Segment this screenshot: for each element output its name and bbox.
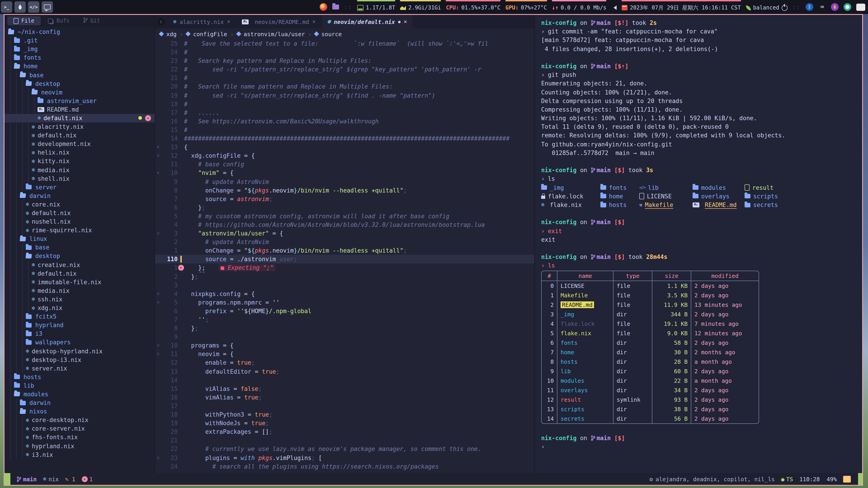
code-line[interactable]: 1✕ };■ Expecting ";" — [155, 264, 534, 272]
bluetooth-tray-icon[interactable]: ᛒ — [806, 3, 813, 11]
tab-close-icon[interactable]: × — [312, 19, 315, 25]
ls-entry[interactable]: flake.lock — [541, 192, 600, 201]
ls-entry[interactable]: result — [745, 183, 862, 192]
code-line[interactable]: 21# — [155, 74, 534, 83]
code-line[interactable]: 2 # update AstroNvim — [155, 238, 534, 246]
statusline-git-branch[interactable]: main — [17, 476, 37, 482]
tree-item[interactable]: base — [4, 243, 155, 252]
tree-item[interactable]: ❄creative.nix — [4, 260, 155, 269]
tree-item[interactable]: hyprland — [4, 321, 155, 329]
terminal-pane[interactable]: nix-config on main [$!] took 2s›git comm… — [534, 15, 862, 473]
power-profile-module[interactable]: balanced — [746, 0, 787, 14]
messenger-tray-icon[interactable] — [844, 3, 851, 11]
code-line[interactable]: 19# sed -ri "s/pattern_str/replace_str/g… — [155, 91, 534, 100]
ls-entry[interactable]: secrets — [745, 201, 862, 209]
ls-entry[interactable]: M↓README.md — [692, 201, 745, 209]
code-line[interactable]: 16 vimAlias = true; — [155, 393, 534, 402]
command-line[interactable]: ›git push — [541, 70, 862, 79]
code-line[interactable]: ∨4 nixpkgs.config = { — [155, 289, 534, 298]
command-line[interactable]: ›ls — [541, 261, 862, 270]
code-line[interactable]: 8 }; — [155, 324, 534, 332]
tree-item[interactable]: hosts — [4, 373, 155, 381]
code-line[interactable]: ∨3 "astronvim/lua/user" = { — [155, 229, 534, 238]
tree-item[interactable]: ❄media.nix — [4, 287, 155, 295]
tree-item[interactable]: fcitx5 — [4, 312, 155, 321]
tree-item[interactable]: desktop — [4, 79, 155, 88]
code-line[interactable]: 2 }; — [155, 272, 534, 281]
tree-item[interactable]: neovim — [4, 88, 155, 96]
tree-item[interactable]: _img — [4, 45, 155, 53]
editor-tab[interactable]: ❄alacritty.nix× — [168, 15, 236, 29]
command-line[interactable]: ›exit — [541, 227, 862, 235]
tree-item[interactable]: home — [4, 62, 155, 71]
keyboard-tray-icon[interactable]: ⌨ — [818, 3, 826, 11]
code-line[interactable]: 6 }; — [155, 203, 534, 212]
command-line[interactable]: ›git commit -am "feat: catppuccin-mocha … — [541, 27, 862, 36]
buffer-picker-icon[interactable]: ❮ — [157, 18, 165, 26]
tree-item[interactable]: ❄alacritty.nix — [4, 123, 155, 131]
editor-tab[interactable]: ❄neovim/default.nix●× — [322, 15, 412, 29]
code-line[interactable]: 11 # base config — [155, 160, 534, 169]
tab-close-icon[interactable]: × — [227, 19, 230, 25]
code-line[interactable]: 16# See https://astronvim.com/Basic%20Us… — [155, 117, 534, 126]
tree-item[interactable]: ❄nushell.nix — [4, 217, 155, 226]
tree-item[interactable]: linux — [4, 235, 155, 243]
code-line[interactable]: 24# — [155, 48, 534, 57]
tree-item[interactable]: ❄xdg.nix — [4, 304, 155, 312]
code-line[interactable]: 9 # update AstroNvim — [155, 177, 534, 186]
tree-item[interactable]: darwin — [4, 398, 155, 407]
tree-item[interactable]: ❄server.nix — [4, 364, 155, 372]
tree-item[interactable]: fonts — [4, 54, 155, 62]
tree-item[interactable]: ❄hyprland.nix — [4, 442, 155, 450]
code-line[interactable]: 25# Save the selected text to a file: `:… — [155, 39, 534, 48]
code-line[interactable]: 20 extraPackages = []; — [155, 427, 534, 436]
tree-item[interactable]: ❄media.nix — [4, 166, 155, 174]
code-line[interactable]: 9 — [155, 332, 534, 341]
tree-item[interactable]: ❄core-server.nix — [4, 424, 155, 433]
code-line[interactable]: 8 onChange = "${pkgs.neovim}/bin/nvim --… — [155, 186, 534, 195]
firefox-icon[interactable] — [319, 3, 327, 11]
tree-item[interactable]: astronvim_user — [4, 97, 155, 105]
code-line[interactable]: ∨10 programs = { — [155, 341, 534, 350]
ls-entry[interactable]: LICENSE — [639, 192, 692, 201]
tree-item[interactable]: ❄core-desktop.nix — [4, 416, 155, 424]
ls-entry[interactable]: fonts — [600, 183, 639, 192]
code-line[interactable]: 19 withNodeJs = true; — [155, 419, 534, 427]
tree-item[interactable]: ❄default.nix — [4, 131, 155, 140]
flameshot-tray-icon[interactable] — [831, 3, 839, 11]
code-line[interactable]: ∨11 neovim = { — [155, 350, 534, 359]
tree-item[interactable]: i3 — [4, 330, 155, 338]
code-line[interactable]: 22# sed -ri "s/pattern_str/replace_str/g… — [155, 65, 534, 74]
file-manager-icon[interactable] — [332, 4, 339, 9]
code-line[interactable]: 17# ...... — [155, 108, 534, 117]
code-line[interactable]: 18# — [155, 100, 534, 108]
code-line[interactable]: 4 # https://github.com/AstroNvim/AstroNv… — [155, 221, 534, 229]
tree-item[interactable]: .git — [4, 36, 155, 45]
code-line[interactable]: 15 viAlias = false; — [155, 385, 534, 393]
tree-item[interactable]: ❄core.nix — [4, 200, 155, 209]
code-line[interactable]: 20# Search file name pattern and Replace… — [155, 83, 534, 91]
tree-item[interactable]: ❄kitty.nix — [4, 157, 155, 166]
code-line[interactable]: ∨5 programs.npm.npmrc = '' — [155, 298, 534, 307]
tree-item[interactable]: nixos — [4, 407, 155, 416]
tree-item[interactable]: ❄fhs-fonts.nix — [4, 433, 155, 442]
close-icon[interactable]: ✕ — [145, 115, 151, 121]
display-launcher-button[interactable] — [41, 1, 53, 13]
tree-item[interactable]: ❄immutable-file.nix — [4, 278, 155, 286]
editor-tab[interactable]: M↓neovim/README.md× — [237, 15, 321, 29]
code-line[interactable]: 12 enable = true; — [155, 359, 534, 367]
code-line[interactable]: 1 onChange = "${pkgs.neovim}/bin/nvim --… — [155, 247, 534, 255]
code-line[interactable]: 22 # currently we use lazy.nvim as neovi… — [155, 445, 534, 453]
tree-item[interactable]: ❄i3.nix — [4, 450, 155, 459]
neotree-tab-bufs[interactable]: Bufs — [41, 16, 76, 25]
tree-item[interactable]: base — [4, 71, 155, 79]
tab-close-icon[interactable]: × — [404, 19, 407, 25]
ls-entry[interactable]: overlays — [692, 192, 745, 201]
volume-module[interactable] — [612, 0, 617, 14]
code-line[interactable]: 5 # my cusotom astronvim config, astronv… — [155, 212, 534, 221]
code-line[interactable]: 24 # search all the plugins using https:… — [155, 462, 534, 470]
tree-item[interactable]: ❄default.nix — [4, 269, 155, 278]
tree-item[interactable]: server — [4, 183, 155, 191]
tree-item[interactable]: modules — [4, 390, 155, 398]
code-launcher-button[interactable]: </> — [28, 1, 39, 13]
